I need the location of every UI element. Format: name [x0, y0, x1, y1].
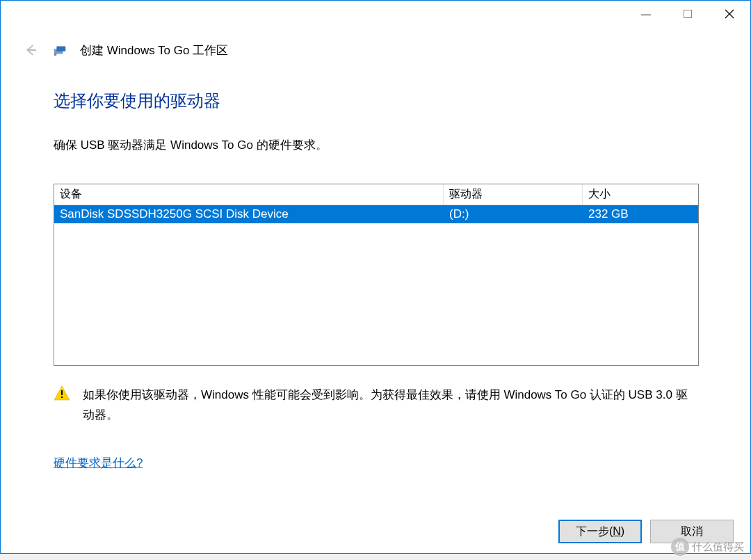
titlebar — [1, 1, 750, 30]
warning-text: 如果你使用该驱动器，Windows 性能可能会受到影响。为获得最佳效果，请使用 … — [83, 385, 699, 426]
column-drive[interactable]: 驱动器 — [444, 184, 583, 205]
page-subtext: 确保 USB 驱动器满足 Windows To Go 的硬件要求。 — [54, 137, 699, 153]
svg-rect-1 — [56, 47, 65, 51]
page-heading: 选择你要使用的驱动器 — [54, 90, 699, 112]
table-row[interactable]: SanDisk SDSSDH3250G SCSI Disk Device (D:… — [54, 205, 698, 223]
back-arrow-icon — [23, 42, 38, 58]
wizard-header: 创建 Windows To Go 工作区 — [1, 30, 750, 66]
next-button[interactable]: 下一步(N) — [558, 520, 642, 543]
svg-rect-4 — [61, 397, 63, 398]
wizard-window: 创建 Windows To Go 工作区 选择你要使用的驱动器 确保 USB 驱… — [0, 0, 751, 554]
back-button[interactable] — [22, 41, 40, 59]
list-header: 设备 驱动器 大小 — [54, 184, 698, 205]
warning-row: 如果你使用该驱动器，Windows 性能可能会受到影响。为获得最佳效果，请使用 … — [54, 385, 699, 426]
window-controls — [625, 1, 750, 27]
svg-point-2 — [54, 54, 57, 56]
app-icon — [52, 42, 67, 58]
svg-rect-3 — [61, 390, 63, 395]
wizard-title: 创建 Windows To Go 工作区 — [80, 42, 228, 58]
cell-size: 232 GB — [583, 205, 698, 223]
watermark-icon: 值 — [671, 538, 689, 556]
close-icon — [725, 9, 734, 19]
close-button[interactable] — [709, 1, 750, 27]
minimize-button[interactable] — [625, 1, 667, 27]
cell-drive: (D:) — [444, 205, 583, 223]
warning-icon — [54, 385, 70, 401]
column-device[interactable]: 设备 — [54, 184, 444, 205]
maximize-button[interactable] — [667, 1, 709, 27]
device-list[interactable]: 设备 驱动器 大小 SanDisk SDSSDH3250G SCSI Disk … — [54, 184, 699, 366]
wizard-content: 选择你要使用的驱动器 确保 USB 驱动器满足 Windows To Go 的硬… — [1, 66, 750, 471]
cell-device: SanDisk SDSSDH3250G SCSI Disk Device — [54, 205, 444, 223]
watermark-text: 什么值得买 — [692, 541, 744, 554]
requirements-link[interactable]: 硬件要求是什么? — [54, 455, 143, 471]
watermark: 值 什么值得买 — [671, 538, 744, 556]
column-size[interactable]: 大小 — [583, 184, 698, 205]
